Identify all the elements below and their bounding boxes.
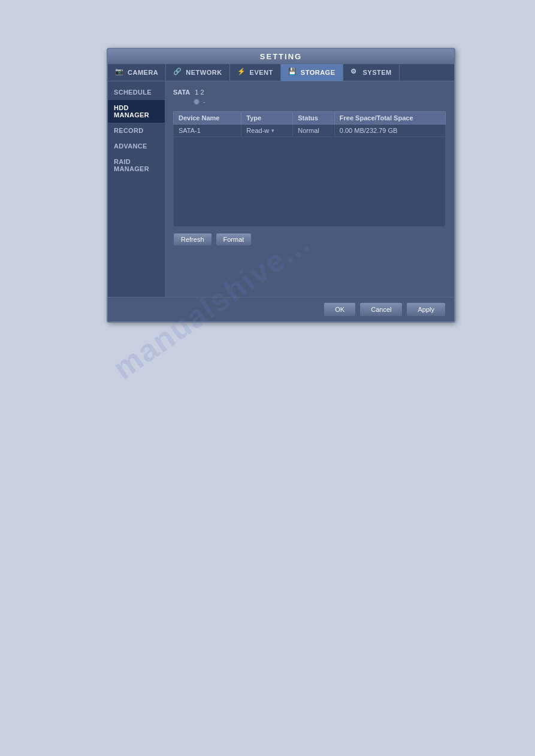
sata-numbers: 1 2: [195, 89, 204, 96]
table-row: SATA-1 Read-w ▼ Normal 0.00 MB/232.79 GB: [174, 125, 446, 137]
dialog-footer: OK Cancel Apply: [108, 297, 454, 321]
settings-dialog: SETTING 📷 CAMERA 🔗 NETWORK ⚡ EVENT 💾 STO…: [107, 48, 455, 323]
tab-system-label: SYSTEM: [363, 69, 392, 76]
col-space: Free Space/Total Space: [334, 112, 445, 125]
tab-network[interactable]: 🔗 NETWORK: [166, 64, 229, 81]
ok-button[interactable]: OK: [324, 302, 356, 317]
tab-storage-label: STORAGE: [301, 69, 335, 76]
cell-status: Normal: [293, 125, 335, 137]
main-content: SATA 1 2 - Device Name Type Status Free …: [165, 81, 454, 297]
tab-event-label: EVENT: [250, 69, 273, 76]
sidebar-item-record[interactable]: RECORD: [108, 123, 165, 138]
sidebar: SCHEDULE HDD MANAGER RECORD ADVANCE RAID…: [108, 81, 165, 297]
apply-button[interactable]: Apply: [406, 302, 446, 317]
tab-event[interactable]: ⚡ EVENT: [230, 64, 281, 81]
event-icon: ⚡: [237, 68, 247, 77]
tab-storage[interactable]: 💾 STORAGE: [281, 64, 343, 81]
camera-icon: 📷: [115, 68, 125, 77]
dialog-title: SETTING: [260, 52, 302, 61]
cell-space: 0.00 MB/232.79 GB: [334, 125, 445, 137]
table-header-row: Device Name Type Status Free Space/Total…: [174, 112, 446, 125]
dialog-body: SCHEDULE HDD MANAGER RECORD ADVANCE RAID…: [108, 81, 454, 297]
tab-camera-label: CAMERA: [128, 69, 158, 76]
type-dropdown[interactable]: Read-w ▼: [246, 127, 288, 134]
sidebar-item-advance[interactable]: ADVANCE: [108, 138, 165, 154]
sidebar-item-raid-manager[interactable]: RAID MANAGER: [108, 154, 165, 177]
action-buttons-row: Refresh Format: [173, 233, 446, 246]
tab-network-label: NETWORK: [186, 69, 222, 76]
dialog-title-bar: SETTING: [108, 49, 454, 64]
sata-section: SATA 1 2 -: [173, 89, 446, 105]
sata-circle-indicator: [194, 99, 200, 105]
col-status: Status: [293, 112, 335, 125]
cancel-button[interactable]: Cancel: [359, 302, 403, 317]
tab-camera[interactable]: 📷 CAMERA: [108, 64, 166, 81]
sidebar-item-hdd-manager[interactable]: HDD MANAGER: [108, 100, 165, 123]
col-device-name: Device Name: [174, 112, 241, 125]
col-type: Type: [241, 112, 293, 125]
refresh-button[interactable]: Refresh: [173, 233, 212, 246]
sidebar-item-schedule[interactable]: SCHEDULE: [108, 84, 165, 100]
cell-type: Read-w ▼: [241, 125, 293, 137]
dropdown-arrow-icon: ▼: [270, 128, 275, 133]
format-button[interactable]: Format: [216, 233, 252, 246]
sata-label: SATA: [173, 89, 190, 96]
hdd-table: Device Name Type Status Free Space/Total…: [173, 111, 446, 227]
table-empty-area: [174, 137, 446, 227]
cell-device-name: SATA-1: [174, 125, 241, 137]
tab-system[interactable]: ⚙ SYSTEM: [343, 64, 400, 81]
nav-tabs: 📷 CAMERA 🔗 NETWORK ⚡ EVENT 💾 STORAGE ⚙ S…: [108, 64, 454, 81]
storage-icon: 💾: [288, 68, 298, 77]
network-icon: 🔗: [173, 68, 183, 77]
sata-dash: -: [203, 98, 205, 105]
system-icon: ⚙: [350, 68, 360, 77]
